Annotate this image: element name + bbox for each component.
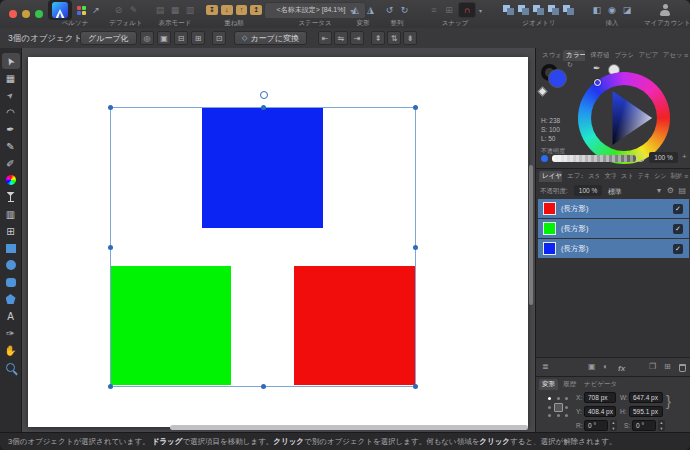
tab-appearance[interactable]: アピア xyxy=(635,50,657,61)
aspect-link-brace[interactable]: } xyxy=(666,392,671,409)
layer-opacity-value[interactable]: 100 % xyxy=(574,185,602,196)
designer-persona-icon[interactable] xyxy=(48,0,72,20)
layer-row[interactable]: (長方形) ✓ xyxy=(538,199,689,218)
horizontal-scrollbar[interactable] xyxy=(170,425,528,430)
delete-layer-icon[interactable] xyxy=(679,364,686,372)
rectangle-tool[interactable] xyxy=(2,240,20,256)
close-window-button[interactable] xyxy=(9,10,17,18)
ellipse-tool[interactable] xyxy=(2,257,20,273)
align-left-icon[interactable]: ⇤ xyxy=(318,31,332,45)
selection-handle-sw[interactable] xyxy=(108,384,113,389)
transparency-tool[interactable] xyxy=(2,189,20,205)
show-handles-toggle[interactable]: ⊡ xyxy=(212,31,226,45)
align-top-icon[interactable]: ⇞ xyxy=(371,31,385,45)
shear-stepper[interactable]: ▴▾ xyxy=(658,420,665,431)
rotate-cw-icon[interactable]: ↻ xyxy=(399,3,411,17)
snapping-magnet-icon[interactable]: ∩ xyxy=(458,2,476,18)
rotation-input[interactable]: 0 ° xyxy=(584,420,608,431)
vector-crop-tool[interactable]: ⊞ xyxy=(2,223,20,239)
layer-effects-icon[interactable]: fx xyxy=(618,364,625,373)
tab-text-styles[interactable]: テキ xyxy=(634,171,649,182)
cycle-selection-box-toggle[interactable]: ▣ xyxy=(157,31,171,45)
align-middle-icon[interactable]: ⇅ xyxy=(387,31,401,45)
tab-layers[interactable]: レイヤー xyxy=(539,171,562,182)
snapping-caret-icon[interactable]: ▾ xyxy=(479,7,482,14)
tab-saved[interactable]: 保存値 xyxy=(587,50,609,61)
minimize-window-button[interactable] xyxy=(22,10,30,18)
layer-visibility-checkbox[interactable]: ✓ xyxy=(673,224,683,234)
selection-handle-nw[interactable] xyxy=(108,105,113,110)
swap-fill-stroke-icon[interactable]: ↻ xyxy=(567,61,573,69)
layer-row[interactable]: (長方形) ✓ xyxy=(538,239,689,258)
pixel-view-icon[interactable]: ▦ xyxy=(169,3,181,17)
align-right-icon[interactable]: ⇥ xyxy=(350,31,364,45)
opacity-slider-knob[interactable] xyxy=(636,153,645,162)
layer-thumbnail[interactable] xyxy=(543,242,556,255)
fill-tool[interactable] xyxy=(2,172,20,188)
view-tool[interactable]: ✋ xyxy=(2,342,20,358)
h-input[interactable]: 595.1 px xyxy=(629,406,663,417)
flip-horizontal-icon[interactable]: ◭ xyxy=(350,3,362,17)
insert-behind-icon[interactable]: ◧ xyxy=(591,3,603,17)
geometry-intersect-icon[interactable] xyxy=(533,5,545,16)
rounded-rectangle-tool[interactable] xyxy=(2,274,20,290)
x-input[interactable]: 708 px xyxy=(584,392,616,403)
layer-lock-icon[interactable]: ▤ xyxy=(678,186,686,195)
tab-stroke[interactable]: スト xyxy=(618,171,633,182)
selection-handle-ne[interactable] xyxy=(413,105,418,110)
panel-menu-icon[interactable]: ≡ xyxy=(684,173,688,180)
selection-handle-s[interactable] xyxy=(261,384,266,389)
align-bottom-icon[interactable]: ⇟ xyxy=(403,31,417,45)
selection-handle-n[interactable] xyxy=(261,105,266,110)
no-fill-swatch[interactable] xyxy=(538,87,548,97)
rotate-ccw-icon[interactable]: ↺ xyxy=(384,3,396,17)
tab-navigator[interactable]: ナビゲータ xyxy=(581,379,620,390)
move-to-back-icon[interactable]: ↧ xyxy=(206,5,218,15)
alignment-options-icon[interactable]: ≡ xyxy=(428,3,440,17)
new-layer-icon[interactable]: ❐ xyxy=(649,362,656,371)
tab-constraints[interactable]: 制約 xyxy=(668,171,682,182)
vector-view-icon[interactable]: ▤ xyxy=(154,3,166,17)
w-input[interactable]: 647.4 px xyxy=(629,392,663,403)
tab-color[interactable]: カラー xyxy=(563,50,585,61)
pencil-tool[interactable]: ✎ xyxy=(2,138,20,154)
opacity-stepper-icon[interactable]: + xyxy=(682,152,687,161)
rotation-handle[interactable] xyxy=(260,91,268,99)
selection-handle-se[interactable] xyxy=(413,384,418,389)
selection-handle-w[interactable] xyxy=(108,245,113,250)
insert-inside-icon[interactable]: ◪ xyxy=(621,3,633,17)
blend-options-gear-icon[interactable]: ⚙ xyxy=(667,186,674,195)
anchor-point-selector[interactable] xyxy=(545,394,571,420)
group-button[interactable]: グループ化 xyxy=(80,31,137,45)
move-tool[interactable]: ➤ xyxy=(2,53,20,69)
node-tool[interactable]: ➤ xyxy=(2,87,20,103)
color-wheel[interactable] xyxy=(578,72,670,164)
opacity-value[interactable]: 100 % xyxy=(649,152,678,163)
layer-row[interactable]: (長方形) ✓ xyxy=(538,219,689,238)
canvas-area[interactable] xyxy=(22,48,535,432)
polygon-tool[interactable] xyxy=(2,291,20,307)
adjustment-layer-icon[interactable]: ◐ xyxy=(603,362,608,371)
blend-mode-dropdown[interactable]: 標準 xyxy=(608,187,622,197)
panel-menu-icon[interactable]: ≡ xyxy=(684,52,688,59)
tab-assets[interactable]: アセッ xyxy=(660,50,682,61)
layer-thumbnail[interactable] xyxy=(543,202,556,215)
geometry-subtract-icon[interactable] xyxy=(518,5,530,16)
transform-separately-toggle[interactable]: ⊞ xyxy=(191,31,205,45)
move-to-front-icon[interactable]: ↥ xyxy=(250,5,262,15)
artboard-tool[interactable]: ▦ xyxy=(2,70,20,86)
hide-while-dragging-toggle[interactable]: ⊟ xyxy=(174,31,188,45)
tab-effects[interactable]: エフェ xyxy=(564,171,583,182)
retina-view-icon[interactable]: ▥ xyxy=(184,3,196,17)
hue-marker[interactable] xyxy=(594,79,601,86)
place-image-tool[interactable]: ▥ xyxy=(2,206,20,222)
tab-transform[interactable]: 変形 xyxy=(539,379,558,390)
geometry-add-icon[interactable] xyxy=(503,5,515,16)
opacity-slider[interactable] xyxy=(552,155,636,162)
convert-to-curves-button[interactable]: ◇カーブに変換 xyxy=(234,31,307,45)
tab-character[interactable]: 文字 xyxy=(601,171,615,182)
new-group-icon[interactable]: ⊞ xyxy=(664,362,671,371)
transform-options-icon[interactable]: ⊞ xyxy=(443,3,455,17)
selection-bounding-box[interactable] xyxy=(110,107,416,387)
tab-styles[interactable]: スタ xyxy=(585,171,600,182)
